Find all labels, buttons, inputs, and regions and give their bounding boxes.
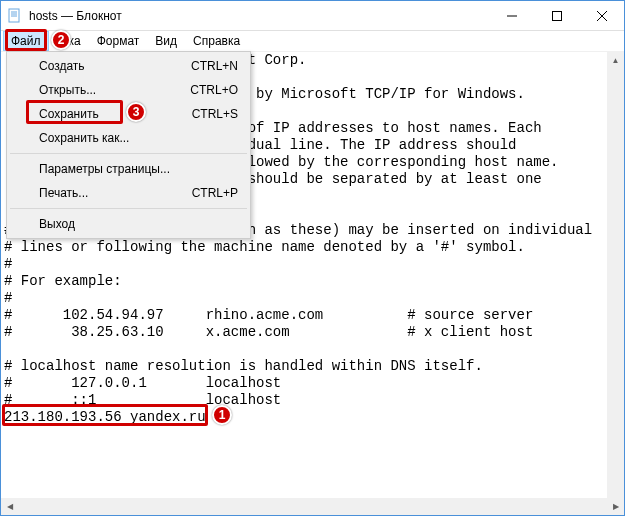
menu-item-label: Сохранить как... <box>39 131 218 145</box>
scroll-right-button[interactable]: ▶ <box>607 498 624 515</box>
svg-rect-5 <box>552 11 561 20</box>
menu-new[interactable]: Создать CTRL+N <box>9 54 248 78</box>
menu-file[interactable]: Файл <box>3 31 49 51</box>
menu-item-label: Печать... <box>39 186 172 200</box>
menu-save-as[interactable]: Сохранить как... <box>9 126 248 150</box>
menu-separator <box>10 208 247 209</box>
menu-print[interactable]: Печать... CTRL+P <box>9 181 248 205</box>
menu-save[interactable]: Сохранить CTRL+S <box>9 102 248 126</box>
menu-page-setup[interactable]: Параметры страницы... <box>9 157 248 181</box>
menu-item-shortcut: CTRL+S <box>192 107 238 121</box>
menu-item-label: Параметры страницы... <box>39 162 218 176</box>
menu-item-label: Сохранить <box>39 107 172 121</box>
horizontal-scrollbar[interactable]: ◀ ▶ <box>1 498 624 515</box>
menu-edit-obscured[interactable]: ка <box>49 31 89 51</box>
file-dropdown: Создать CTRL+N Открыть... CTRL+O Сохрани… <box>6 51 251 239</box>
minimize-button[interactable] <box>489 1 534 31</box>
menu-item-label: Выход <box>39 217 218 231</box>
window-title: hosts — Блокнот <box>29 9 122 23</box>
menu-item-shortcut: CTRL+P <box>192 186 238 200</box>
menubar: Файл ка Формат Вид Справка <box>1 31 624 52</box>
titlebar: hosts — Блокнот <box>1 1 624 31</box>
menu-view[interactable]: Вид <box>147 31 185 51</box>
menu-format[interactable]: Формат <box>89 31 148 51</box>
menu-open[interactable]: Открыть... CTRL+O <box>9 78 248 102</box>
scroll-up-button[interactable]: ▲ <box>607 52 624 69</box>
notepad-icon <box>7 8 23 24</box>
menu-item-shortcut: CTRL+N <box>191 59 238 73</box>
menu-item-label: Открыть... <box>39 83 170 97</box>
menu-help[interactable]: Справка <box>185 31 248 51</box>
close-button[interactable] <box>579 1 624 31</box>
menu-exit[interactable]: Выход <box>9 212 248 236</box>
menu-separator <box>10 153 247 154</box>
menu-item-label: Создать <box>39 59 171 73</box>
scroll-left-button[interactable]: ◀ <box>1 498 18 515</box>
text-cursor <box>206 410 207 424</box>
vertical-scrollbar[interactable]: ▲ <box>607 52 624 498</box>
maximize-button[interactable] <box>534 1 579 31</box>
menu-item-shortcut: CTRL+O <box>190 83 238 97</box>
